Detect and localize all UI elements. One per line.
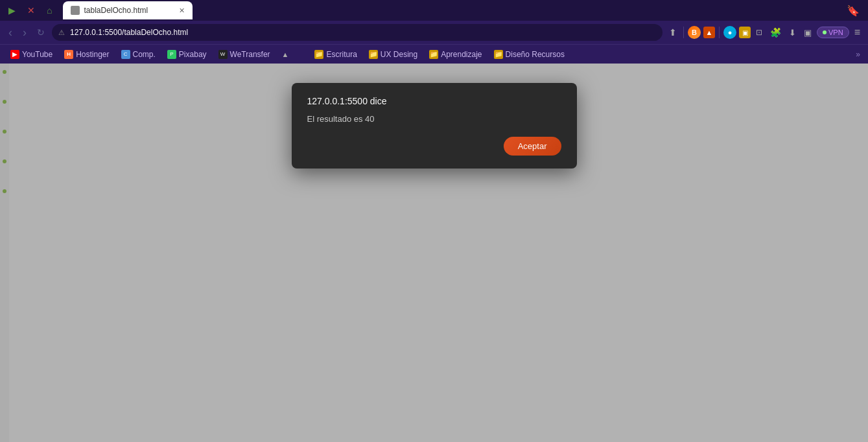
nav-forward-button[interactable]: › [19,25,30,41]
tab-close-icon[interactable]: ✕ [179,6,185,15]
bookmark-ux-desing[interactable]: 📁 UX Desing [364,49,423,60]
bookmark-youtube[interactable]: ▶ YouTube [5,49,58,60]
bookmark-pixabay[interactable]: P Pixabay [162,49,212,60]
address-input[interactable] [52,24,663,41]
youtube-favicon: ▶ [10,50,19,59]
nav-refresh-button[interactable]: ↻ [34,26,48,39]
nav-bar: ‹ › ↻ ⚠ ⬆ B ▲ ● ▣ ⊡ 🧩 ⬇ ▣ VPN ≡ [0,21,868,44]
warning-icon: ▲ [703,27,715,38]
dialog-accept-button[interactable]: Aceptar [504,137,561,156]
tab-title: tablaDelOcho.html [84,6,148,15]
bookmarks-more-button[interactable]: » [853,49,863,60]
security-icon: ⚠ [58,29,65,37]
divider-1 [683,27,684,38]
wallet-icon: ▣ [739,27,751,38]
bookmark-youtube-label: YouTube [22,50,53,59]
ux-favicon: 📁 [369,50,378,59]
bookmark-hostinger-label: Hostinger [76,50,109,59]
dialog-title: 127.0.0.1:5500 dice [307,96,561,106]
bookmark-aprendizaje[interactable]: 📁 Aprendizaje [424,49,487,60]
bookmark-diseno-label: Diseño Recursos [506,50,565,59]
share-button[interactable]: ⬆ [666,26,679,39]
screenshot-button[interactable]: ⊡ [753,27,765,38]
bookmark-comp-label: Comp. [133,50,156,59]
pixabay-favicon: P [167,50,176,59]
comp-favicon: C [121,50,130,59]
back-button[interactable]: ▶ [5,4,19,17]
tab-favicon [71,6,80,15]
dialog-message: El resultado es 40 [307,114,561,124]
vpn-label: VPN [828,29,843,36]
bookmark-tab-button[interactable]: 🔖 [843,3,863,18]
active-tab[interactable]: tablaDelOcho.html ✕ [63,1,193,19]
bookmark-more-5[interactable]: ▲ [277,49,294,60]
aprendizaje-favicon: 📁 [429,50,438,59]
bookmark-diseno[interactable]: 📁 Diseño Recursos [489,49,570,60]
nav-right-controls: ⬆ B ▲ ● ▣ ⊡ 🧩 ⬇ ▣ VPN ≡ [666,25,863,40]
dialog-overlay: 127.0.0.1:5500 dice El resultado es 40 A… [0,64,868,442]
home-button[interactable]: ⌂ [43,4,55,17]
menu-button[interactable]: ≡ [852,25,863,40]
nav-back-button[interactable]: ‹ [5,25,16,41]
wetransfer-favicon: W [218,50,228,59]
tab-bar: ▶ ✕ ⌂ tablaDelOcho.html ✕ 🔖 [0,0,868,21]
bookmark-hostinger[interactable]: H Hostinger [59,49,114,60]
close-button[interactable]: ✕ [24,4,38,17]
browser-chrome: ▶ ✕ ⌂ tablaDelOcho.html ✕ 🔖 ‹ › ↻ ⚠ ⬆ B … [0,0,868,64]
bookmark-aprendizaje-label: Aprendizaje [441,50,482,59]
diseno-favicon: 📁 [494,50,503,59]
address-bar-container: ⚠ [52,24,663,41]
download-button[interactable]: ⬇ [786,27,799,39]
vpn-dot [823,30,827,34]
bookmark-wetransfer[interactable]: W WeTransfer [213,49,276,60]
bookmarks-bar: ▶ YouTube H Hostinger C Comp. P Pixabay … [0,44,868,64]
escritura-favicon: 📁 [314,50,323,59]
hostinger-favicon: H [64,50,73,59]
dialog-actions: Aceptar [307,137,561,156]
extensions-button[interactable]: 🧩 [768,26,784,39]
brave-icon: B [688,26,701,39]
divider-2 [719,27,720,38]
page-content: 127.0.0.1:5500 dice El resultado es 40 A… [0,64,868,442]
bookmark-pixabay-label: Pixabay [179,50,207,59]
bookmark-escritura[interactable]: 📁 Escritura [309,49,362,60]
profile-button[interactable]: ● [723,26,736,39]
cast-button[interactable]: ▣ [801,27,814,39]
bookmark-escritura-label: Escritura [326,50,357,59]
dialog-box: 127.0.0.1:5500 dice El resultado es 40 A… [292,83,577,169]
bookmark-wetransfer-label: WeTransfer [230,50,270,59]
bookmark-ux-label: UX Desing [381,50,417,59]
tab-controls: ▶ ✕ ⌂ [5,4,55,17]
vpn-badge[interactable]: VPN [817,27,849,38]
bookmark-comp[interactable]: C Comp. [116,49,161,60]
